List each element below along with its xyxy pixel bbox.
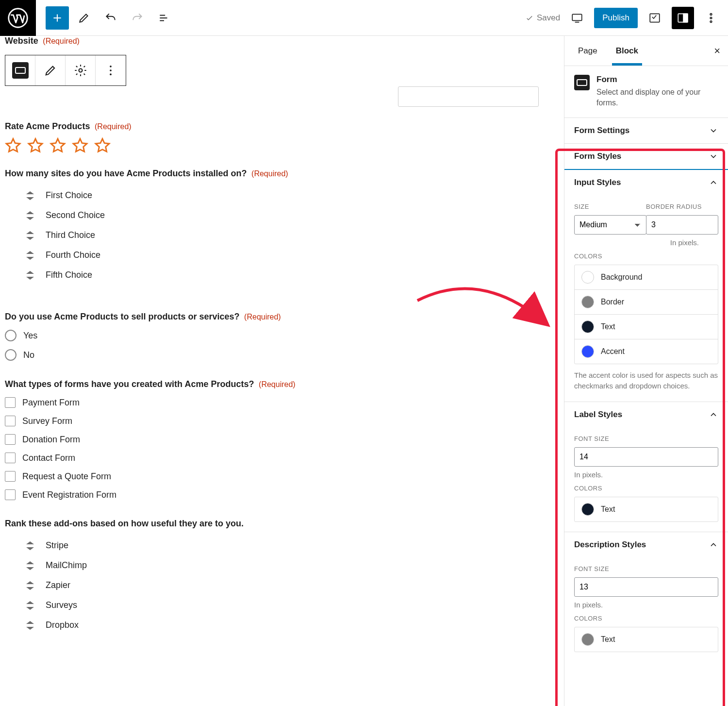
color-row[interactable]: Text [575,315,718,339]
form-icon [12,62,29,79]
list-item[interactable]: Fifth Choice [25,265,559,285]
redo-button[interactable] [126,6,149,30]
list-item[interactable]: Surveys [25,595,559,615]
tab-block[interactable]: Block [612,36,642,66]
input-size-select[interactable]: Medium [574,215,646,235]
color-swatch [581,345,594,358]
block-type-icon[interactable] [5,55,35,85]
settings-sidebar: Page Block × Form Select and display one… [564,36,728,706]
settings-toggle[interactable] [644,7,666,29]
website-input[interactable] [398,86,539,107]
more-menu[interactable] [700,7,722,29]
required-tag: (Required) [43,37,80,45]
panel-description-styles[interactable]: Description Styles [564,532,728,557]
list-item[interactable]: Dropbox [25,615,559,635]
sort-handle-icon[interactable] [25,231,35,240]
checkbox-option[interactable]: Donation Form [5,430,559,449]
block-more-button[interactable] [96,55,126,85]
label-font-size-input[interactable] [574,447,718,467]
list-item[interactable]: Third Choice [25,225,559,245]
checkbox-option[interactable]: Survey Form [5,412,559,430]
sort-handle-icon[interactable] [25,621,35,630]
sort-handle-icon[interactable] [25,541,35,551]
rank-label: Rank these add-ons based on how useful t… [5,519,244,528]
editor-canvas[interactable]: Website (Required) Rate Acme Products (R… [0,36,564,706]
form-icon [574,75,590,90]
color-row[interactable]: Background [575,265,718,290]
edit-block-button[interactable] [35,55,66,85]
yes-no-radios[interactable]: YesNo [5,326,559,365]
star-icon[interactable] [94,137,111,154]
add-block-button[interactable] [46,6,69,30]
star-rating[interactable] [5,137,559,154]
svg-point-10 [110,69,112,71]
checkbox-icon[interactable] [5,434,16,445]
list-item[interactable]: MailChimp [25,555,559,575]
sites-choices[interactable]: First ChoiceSecond ChoiceThird ChoiceFou… [5,185,559,285]
radio-option[interactable]: No [5,345,559,365]
panel-label-styles[interactable]: Label Styles [564,402,728,427]
sort-handle-icon[interactable] [25,561,35,571]
checkbox-icon[interactable] [5,471,16,482]
sort-handle-icon[interactable] [25,191,35,201]
tab-page[interactable]: Page [574,36,601,66]
star-icon[interactable] [5,137,21,154]
sort-handle-icon[interactable] [25,601,35,610]
rank-choices[interactable]: StripeMailChimpZapierSurveysDropbox [5,536,559,635]
svg-point-5 [710,13,711,15]
checkbox-icon[interactable] [5,416,16,426]
publish-button[interactable]: Publish [594,8,638,28]
panel-input-styles[interactable]: Input Styles [564,170,728,195]
checkbox-icon[interactable] [5,397,16,408]
rate-label: Rate Acme Products [5,121,90,131]
sort-handle-icon[interactable] [25,270,35,280]
color-row[interactable]: Border [575,290,718,315]
desc-color-list: Text [574,627,718,652]
list-item[interactable]: Zapier [25,575,559,595]
sort-handle-icon[interactable] [25,581,35,590]
color-row[interactable]: Text [575,497,718,521]
sort-handle-icon[interactable] [25,251,35,260]
checkbox-option[interactable]: Payment Form [5,393,559,412]
star-icon[interactable] [72,137,88,154]
border-radius-input[interactable] [646,215,718,235]
sort-handle-icon[interactable] [25,211,35,220]
sites-label: How many sites do you have Acme Products… [5,168,247,178]
color-row[interactable]: Text [575,627,718,652]
types-checkboxes[interactable]: Payment FormSurvey FormDonation FormCont… [5,393,559,504]
list-item[interactable]: Second Choice [25,205,559,225]
panel-form-settings[interactable]: Form Settings [564,118,728,143]
editor-toolbar: Saved Publish [0,0,728,36]
svg-point-6 [710,17,711,18]
checkbox-option[interactable]: Request a Quote Form [5,467,559,486]
close-sidebar-button[interactable]: × [714,45,720,57]
checkbox-option[interactable]: Event Registration Form [5,486,559,504]
radio-option[interactable]: Yes [5,326,559,345]
desc-font-size-input[interactable] [574,577,718,597]
block-settings-button[interactable] [66,55,96,85]
block-contextual-toolbar [5,55,126,86]
sell-label: Do you use Acme Products to sell product… [5,312,239,321]
undo-button[interactable] [99,6,122,30]
radio-icon[interactable] [5,330,17,341]
types-label: What types of forms have you created wit… [5,379,254,389]
sidebar-toggle[interactable] [672,7,694,29]
checkbox-icon[interactable] [5,453,16,463]
color-row[interactable]: Accent [575,339,718,364]
list-view-button[interactable] [152,6,176,30]
list-item[interactable]: First Choice [25,185,559,205]
panel-form-styles[interactable]: Form Styles [564,144,728,169]
label-color-list: Text [574,497,718,522]
color-swatch [581,320,594,333]
checkbox-icon[interactable] [5,489,16,500]
radio-icon[interactable] [5,349,17,361]
wordpress-logo[interactable] [0,0,36,36]
list-item[interactable]: Fourth Choice [25,245,559,265]
star-icon[interactable] [50,137,66,154]
preview-button[interactable] [566,7,588,29]
star-icon[interactable] [27,137,44,154]
edit-mode-button[interactable] [72,6,96,30]
list-item[interactable]: Stripe [25,536,559,555]
checkbox-option[interactable]: Contact Form [5,449,559,467]
svg-rect-4 [683,14,688,22]
